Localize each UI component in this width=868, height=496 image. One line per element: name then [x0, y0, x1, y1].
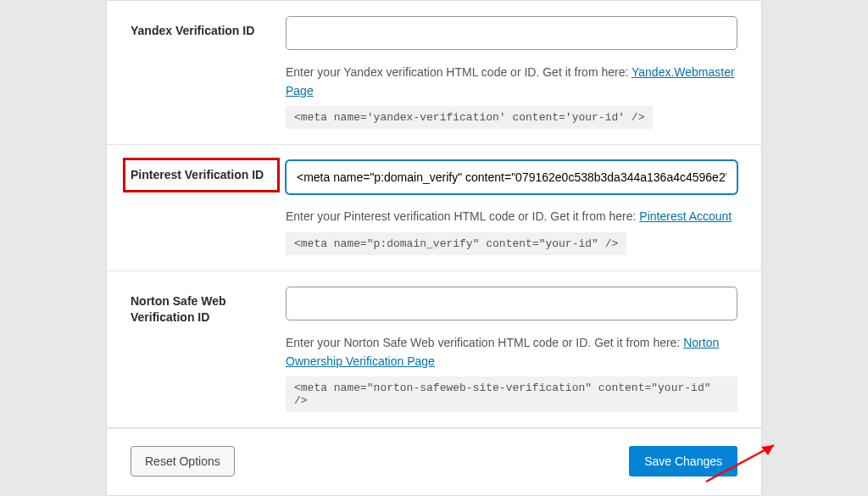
- reset-button[interactable]: Reset Options: [131, 446, 235, 476]
- yandex-help-prefix: Enter your Yandex verification HTML code…: [286, 65, 632, 79]
- save-button[interactable]: Save Changes: [629, 446, 737, 476]
- row-norton: Norton Safe Web Verification ID Enter yo…: [107, 271, 761, 428]
- row-yandex: Yandex Verification ID Enter your Yandex…: [107, 1, 761, 145]
- field-col: Enter your Pinterest verification HTML c…: [286, 160, 737, 255]
- footer: Reset Options Save Changes: [107, 428, 761, 495]
- settings-panel: Yandex Verification ID Enter your Yandex…: [106, 0, 762, 496]
- label-col: Yandex Verification ID: [131, 16, 286, 129]
- yandex-input[interactable]: [286, 16, 737, 50]
- norton-help: Enter your Norton Safe Web verification …: [286, 334, 737, 371]
- yandex-code: <meta name='yandex-verification' content…: [286, 106, 653, 129]
- svg-marker-0: [761, 445, 774, 455]
- norton-help-prefix: Enter your Norton Safe Web verification …: [286, 336, 683, 349]
- norton-input[interactable]: [286, 287, 737, 320]
- label-col: Pinterest Verification ID: [131, 160, 286, 255]
- row-pinterest: Pinterest Verification ID Enter your Pin…: [107, 145, 761, 271]
- yandex-label: Yandex Verification ID: [131, 24, 254, 37]
- pinterest-input[interactable]: [286, 160, 737, 194]
- pinterest-code: <meta name="p:domain_verify" content="yo…: [286, 232, 626, 255]
- field-col: Enter your Yandex verification HTML code…: [286, 16, 737, 129]
- field-col: Enter your Norton Safe Web verification …: [286, 287, 737, 412]
- yandex-help: Enter your Yandex verification HTML code…: [286, 64, 737, 100]
- pinterest-label: Pinterest Verification ID: [123, 158, 280, 192]
- label-col: Norton Safe Web Verification ID: [131, 287, 286, 412]
- norton-label: Norton Safe Web Verification ID: [131, 294, 226, 324]
- norton-code: <meta name="norton-safeweb-site-verifica…: [286, 376, 737, 412]
- pinterest-help: Enter your Pinterest verification HTML c…: [286, 208, 737, 226]
- pinterest-help-link[interactable]: Pinterest Account: [639, 209, 732, 223]
- pinterest-help-prefix: Enter your Pinterest verification HTML c…: [286, 209, 639, 223]
